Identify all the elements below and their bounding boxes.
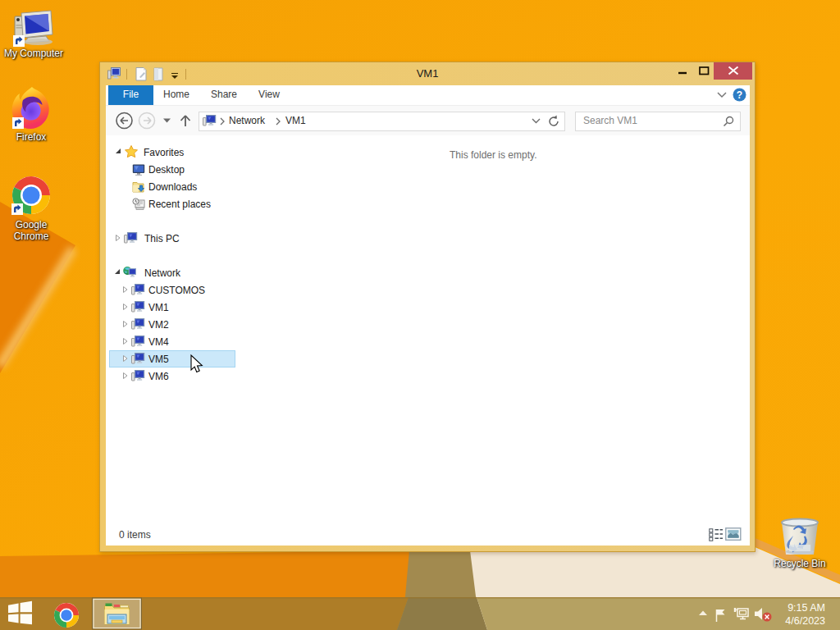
- svg-text:?: ?: [737, 89, 742, 101]
